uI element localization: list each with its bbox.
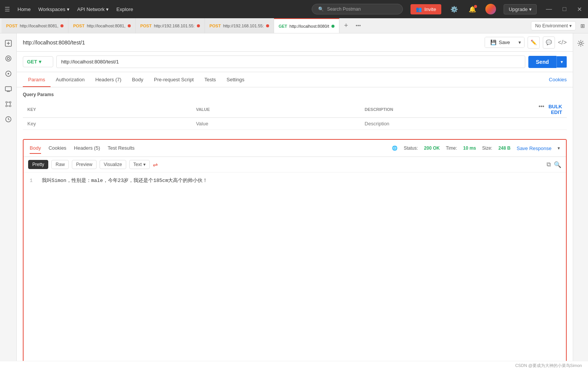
col-value-header: VALUE [192,101,360,118]
new-tab-button[interactable]: + [339,22,353,30]
tab-url: http://192.168.101.55: [154,24,195,28]
save-response-button[interactable]: Save Response [517,145,552,151]
menu-explore[interactable]: Explore [116,6,133,12]
param-value-input[interactable] [196,121,356,126]
save-dropdown-button[interactable]: ▾ [515,37,524,47]
send-dropdown-button[interactable]: ▾ [556,56,567,68]
query-params-section: Query Params KEY VALUE DESCRIPTION ••• B… [17,87,573,134]
sidebar-new-icon[interactable] [2,36,15,50]
tab-method: POST [140,24,152,28]
method-selector[interactable]: GET ▾ [23,56,53,67]
right-sidebar [573,33,588,370]
wrap-lines-icon[interactable]: ⇌ [153,161,158,168]
tab-1[interactable]: POST http://localhost:8081, [68,18,135,33]
tab-tests[interactable]: Tests [199,73,221,87]
tab-url: http://localhost:8081, [20,24,59,28]
svg-point-9 [6,101,7,103]
response-body: 1 我叫Simon，性别是：male，今年23岁，我还是个185cm大高个的帅小… [24,172,566,365]
tab-url: http://localhost:8081, [87,24,125,28]
tab-headers[interactable]: Headers (7) [90,73,127,87]
close-button[interactable]: ✕ [575,4,583,14]
invite-icon: 👥 [416,6,422,12]
sidebar-env-icon[interactable] [2,67,15,81]
code-icon[interactable]: </> [558,39,567,46]
response-header: Body Cookies Headers (5) Test Results 🌐 … [24,140,566,157]
response-status: 🌐 Status: 200 OK Time: 10 ms Size: 248 B… [392,145,560,151]
maximize-button[interactable]: □ [561,4,568,14]
search-label: Search Postman [327,6,361,12]
upgrade-button[interactable]: Upgrade ▾ [504,4,537,14]
globe-icon: 🌐 [392,145,398,151]
menu-api-network[interactable]: API Network ▾ [77,6,109,12]
tab-dirty-dot [197,24,200,27]
settings-button[interactable]: ⚙️ [449,4,460,14]
menu-bar: ☰ Home Workspaces ▾ API Network ▾ Explor… [0,0,588,18]
status-value: 200 OK [424,145,440,151]
svg-point-4 [7,57,10,60]
resp-tab-test-results[interactable]: Test Results [108,143,135,154]
query-params-title: Query Params [23,92,567,97]
svg-rect-7 [5,87,11,91]
url-input[interactable] [56,55,525,68]
format-type-selector[interactable]: Text ▾ [129,160,150,169]
more-options-icon[interactable]: ••• [539,103,544,109]
save-icon: 💾 [490,40,496,45]
search-bar[interactable]: 🔍 Search Postman [312,4,403,14]
tab-bar: POST http://localhost:8081, POST http://… [0,18,588,33]
tab-2[interactable]: POST http://192.168.101.55: [136,18,205,33]
invite-button[interactable]: 👥 Invite [410,4,441,14]
tab-authorization[interactable]: Authorization [51,73,90,87]
copy-button[interactable]: ⧉ [547,161,551,168]
menu-workspaces[interactable]: Workspaces ▾ [38,6,70,12]
time-value: 10 ms [463,145,476,151]
minimize-button[interactable]: — [544,4,553,14]
more-tabs-button[interactable]: ••• [353,23,364,28]
tab-0[interactable]: POST http://localhost:8081, [2,18,68,33]
tab-settings[interactable]: Settings [221,73,250,87]
hamburger-icon[interactable]: ☰ [5,6,10,13]
svg-point-6 [8,73,9,74]
env-settings-button[interactable]: ⊞ [579,21,586,30]
tab-dirty-dot [60,24,63,27]
tab-pre-request[interactable]: Pre-request Script [149,73,199,87]
tab-url: http://192.168.101.55: [223,24,264,28]
environment-selector[interactable]: No Environment ▾ [531,21,576,30]
tab-3[interactable]: POST http://192.168.101.55: [205,18,274,33]
save-response-chevron[interactable]: ▾ [558,145,560,151]
search-button[interactable]: 🔍 [554,161,561,168]
tab-params[interactable]: Params [23,73,51,87]
time-label: Time: [446,145,457,151]
comment-button[interactable]: 💬 [543,36,555,49]
resp-tab-body[interactable]: Body [30,143,41,154]
response-area: Body Cookies Headers (5) Test Results 🌐 … [23,139,567,365]
format-pretty-button[interactable]: Pretty [28,160,48,169]
tab-4[interactable]: GET http://localhost:8080/t [274,18,339,33]
chevron-down-icon: ▾ [529,6,532,12]
sidebar-collections-icon[interactable] [2,52,15,65]
save-button[interactable]: 💾 Save [485,37,515,47]
cookies-link[interactable]: Cookies [549,77,567,82]
avatar[interactable] [485,4,496,14]
resp-tab-cookies[interactable]: Cookies [49,143,67,154]
tab-dirty-dot [128,24,131,27]
size-value: 248 B [498,145,510,151]
col-key-header: KEY [23,101,192,118]
sidebar-monitors-icon[interactable] [2,82,15,96]
format-preview-button[interactable]: Preview [72,160,97,169]
edit-button[interactable]: ✏️ [528,36,540,49]
param-desc-input[interactable] [365,121,524,126]
menu-home[interactable]: Home [17,6,31,12]
table-row [23,118,567,130]
param-key-input[interactable] [27,121,187,126]
bulk-edit-button[interactable]: Bulk Edit [548,104,562,115]
sidebar-graph-icon[interactable] [2,97,15,111]
send-button[interactable]: Send [528,56,556,68]
right-sidebar-settings-icon[interactable] [574,36,588,50]
notification-button[interactable]: 🔔 [467,4,478,14]
format-visualize-button[interactable]: Visualize [100,160,126,169]
format-raw-button[interactable]: Raw [51,160,69,169]
resp-tab-headers[interactable]: Headers (5) [74,143,100,154]
line-number: 1 [30,178,33,183]
tab-body[interactable]: Body [127,73,149,87]
sidebar-history-icon[interactable] [2,112,15,126]
